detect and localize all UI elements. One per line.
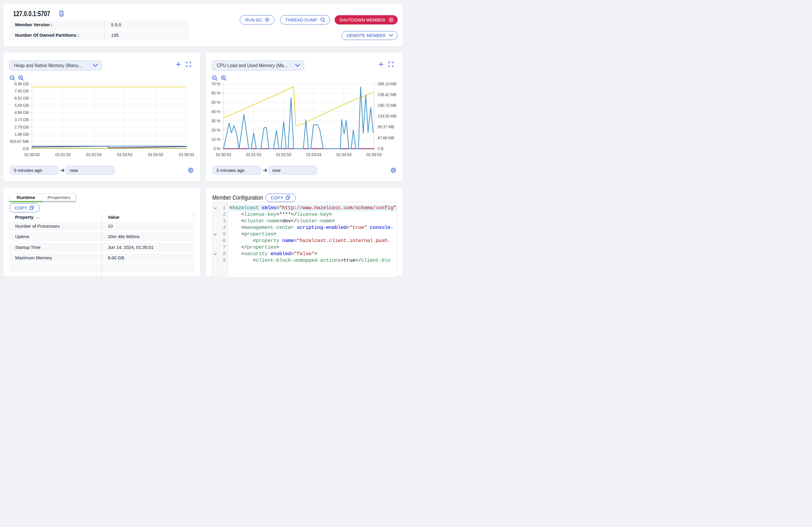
svg-text:01:55:53: 01:55:53 [366, 152, 381, 157]
svg-text:01:53:53: 01:53:53 [306, 152, 321, 157]
svg-text:0 B: 0 B [378, 146, 383, 151]
svg-text:01:54:53: 01:54:53 [148, 152, 163, 157]
svg-text:3.73 GB: 3.73 GB [14, 117, 29, 122]
svg-text:01:51:53: 01:51:53 [55, 152, 70, 157]
svg-text:01:50:53: 01:50:53 [24, 152, 40, 157]
svg-text:190.73 MB: 190.73 MB [378, 103, 396, 108]
svg-text:01:54:53: 01:54:53 [336, 152, 351, 157]
svg-text:6.52 GB: 6.52 GB [14, 96, 29, 101]
svg-text:01:51:53: 01:51:53 [246, 152, 261, 157]
svg-text:01:55:53: 01:55:53 [179, 152, 194, 157]
svg-text:40 %: 40 % [212, 109, 220, 114]
svg-text:01:53:53: 01:53:53 [117, 152, 132, 157]
svg-text:60 %: 60 % [212, 91, 220, 96]
svg-text:8.38 GB: 8.38 GB [14, 82, 29, 86]
svg-text:95.37 MB: 95.37 MB [378, 125, 394, 129]
svg-text:01:52:53: 01:52:53 [86, 152, 101, 157]
svg-text:0 B: 0 B [23, 146, 29, 151]
svg-text:7.45 GB: 7.45 GB [14, 89, 29, 93]
svg-text:0 %: 0 % [214, 146, 220, 151]
svg-text:286.10 MB: 286.10 MB [378, 82, 396, 86]
svg-text:4.66 GB: 4.66 GB [14, 110, 29, 115]
svg-text:10 %: 10 % [212, 137, 220, 142]
svg-text:01:52:53: 01:52:53 [276, 152, 291, 157]
svg-text:70 %: 70 % [212, 82, 220, 86]
svg-text:47.68 MB: 47.68 MB [378, 135, 394, 140]
svg-text:20 %: 20 % [212, 128, 220, 132]
svg-text:2.79 GB: 2.79 GB [14, 125, 29, 130]
svg-text:1.86 GB: 1.86 GB [14, 132, 29, 137]
svg-text:953.67 MB: 953.67 MB [10, 139, 28, 144]
svg-text:30 %: 30 % [212, 118, 220, 123]
svg-text:238.42 MB: 238.42 MB [378, 92, 396, 97]
svg-text:01:50:53: 01:50:53 [216, 152, 231, 157]
svg-text:143.05 MB: 143.05 MB [378, 114, 396, 118]
svg-text:5.59 GB: 5.59 GB [14, 103, 29, 108]
svg-text:50 %: 50 % [212, 100, 220, 105]
